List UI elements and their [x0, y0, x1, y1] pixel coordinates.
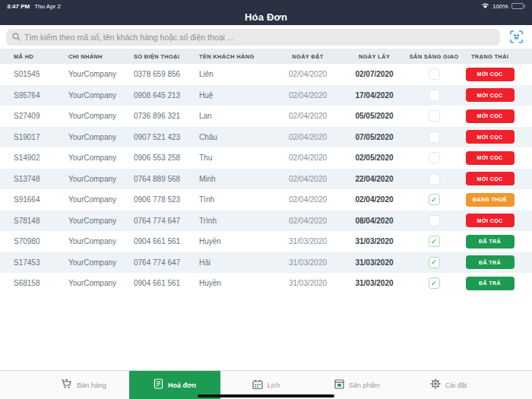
- scan-icon[interactable]: [506, 29, 526, 46]
- column-header-ma-hd: MÃ HD: [14, 53, 68, 60]
- cell-branch: YourCompany: [68, 258, 134, 267]
- status-badge[interactable]: MỚI CỌC: [466, 130, 515, 144]
- ready-checkbox[interactable]: [429, 90, 440, 101]
- table-row[interactable]: S01545 YourCompany 0378 659 856 Liên 02/…: [0, 64, 532, 85]
- status-badge[interactable]: ĐÃ TRẢ: [466, 277, 515, 290]
- cell-branch: YourCompany: [68, 279, 134, 287]
- cell-phone: 0764 774 647: [134, 258, 199, 267]
- receipt-icon: [154, 378, 163, 392]
- cell-phone: 0378 659 856: [134, 70, 199, 78]
- tab-cai-dat[interactable]: Cài đặt: [403, 371, 494, 399]
- cell-customer-name: Huyền: [199, 279, 274, 287]
- table-row[interactable]: S13748 YourCompany 0764 889 568 Minh 02/…: [0, 169, 532, 190]
- table-header-row: MÃ HD CHI NHÁNH SỐ ĐIỆN THOẠI TÊN KHÁCH …: [0, 49, 532, 64]
- cell-pickup-date: 31/03/2020: [355, 279, 393, 287]
- column-header-trang-thai: TRẠNG THÁI: [471, 53, 508, 60]
- cell-order-date: 31/03/2020: [289, 237, 327, 245]
- status-badge[interactable]: MỚI CỌC: [466, 68, 515, 81]
- cell-order-date: 02/04/2020: [289, 195, 327, 204]
- cell-phone: 0764 774 647: [134, 217, 199, 225]
- ready-checkbox[interactable]: [429, 215, 440, 226]
- cell-pickup-date: 31/03/2020: [355, 237, 393, 245]
- page-title: Hóa Đơn: [0, 11, 532, 23]
- table-row[interactable]: S68158 YourCompany 0904 661 561 Huyền 31…: [0, 273, 532, 294]
- status-badge[interactable]: ĐÃ TRẢ: [466, 255, 515, 269]
- table-row[interactable]: S17453 YourCompany 0764 774 647 Hải 31/0…: [0, 252, 532, 274]
- ready-checkbox[interactable]: [429, 236, 440, 247]
- column-header-san-sang-giao: SẴN SÀNG GIAO: [410, 53, 459, 60]
- cell-order-date: 31/03/2020: [289, 258, 327, 267]
- cell-branch: YourCompany: [68, 237, 134, 245]
- search-input[interactable]: [24, 33, 494, 42]
- cell-order-date: 02/04/2020: [289, 175, 327, 183]
- status-badge[interactable]: MỚI CỌC: [466, 151, 515, 165]
- home-indicator[interactable]: [198, 394, 334, 398]
- cell-phone: 0906 553 258: [134, 154, 199, 162]
- tab-label: Bán hàng: [77, 382, 106, 389]
- battery-icon: [511, 3, 526, 9]
- status-badge[interactable]: MỚI CỌC: [466, 214, 515, 227]
- invoice-table: MÃ HD CHI NHÁNH SỐ ĐIỆN THOẠI TÊN KHÁCH …: [0, 49, 532, 294]
- ready-checkbox[interactable]: [429, 152, 440, 163]
- cell-phone: 0908 645 213: [134, 91, 199, 100]
- cell-branch: YourCompany: [68, 217, 134, 225]
- cell-pickup-date: 17/04/2020: [355, 91, 393, 100]
- table-row[interactable]: S14902 YourCompany 0906 553 258 Thu 02/0…: [0, 147, 532, 169]
- cell-phone: 0907 521 423: [134, 133, 199, 141]
- cell-invoice-id: S19017: [14, 133, 68, 141]
- cell-customer-name: Minh: [199, 175, 274, 183]
- ready-checkbox[interactable]: [429, 194, 440, 205]
- cell-pickup-date: 02/07/2020: [355, 70, 393, 78]
- cell-invoice-id: S14902: [14, 154, 68, 162]
- tab-ban-hang[interactable]: Bán hàng: [38, 371, 129, 399]
- cell-pickup-date: 02/05/2020: [355, 154, 393, 162]
- cell-invoice-id: S27409: [14, 112, 68, 120]
- cell-phone: 0904 661 561: [134, 237, 199, 245]
- table-row[interactable]: S70980 YourCompany 0904 661 561 Huyền 31…: [0, 231, 532, 252]
- cart-icon: [61, 378, 72, 392]
- cell-customer-name: Huyền: [199, 237, 274, 245]
- table-row[interactable]: S19017 YourCompany 0907 521 423 Châu 02/…: [0, 127, 532, 148]
- cell-pickup-date: 22/04/2020: [355, 175, 393, 183]
- table-row[interactable]: S27409 YourCompany 0736 896 321 Lan 02/0…: [0, 106, 532, 127]
- search-bar[interactable]: [6, 29, 500, 46]
- cell-branch: YourCompany: [68, 91, 134, 100]
- status-badge[interactable]: MỚI CỌC: [466, 172, 515, 185]
- cell-customer-name: Thu: [199, 154, 274, 162]
- ready-checkbox[interactable]: [429, 277, 440, 289]
- column-header-so-dien-thoai: SỐ ĐIỆN THOẠI: [134, 53, 199, 60]
- cell-invoice-id: S95764: [14, 91, 68, 100]
- status-badge[interactable]: MỚI CỌC: [466, 109, 515, 123]
- ready-checkbox[interactable]: [429, 257, 440, 268]
- table-row[interactable]: S91664 YourCompany 0906 778 523 Tình 02/…: [0, 189, 532, 211]
- cell-pickup-date: 02/04/2020: [355, 195, 393, 204]
- cell-order-date: 02/04/2020: [289, 70, 327, 78]
- table-row[interactable]: S78148 YourCompany 0764 774 647 Trình 02…: [0, 211, 532, 232]
- cell-phone: 0736 896 321: [134, 112, 199, 120]
- cell-order-date: 02/04/2020: [289, 133, 327, 141]
- search-icon: [12, 30, 21, 44]
- cell-branch: YourCompany: [68, 70, 134, 78]
- table-row[interactable]: S95764 YourCompany 0908 645 213 Huệ 02/0…: [0, 85, 532, 106]
- box-icon: [334, 378, 344, 392]
- tab-label: Lịch: [268, 382, 280, 389]
- top-navbar: 3:47 PM Thu Apr 2 100% Hóa Đơn: [0, 0, 532, 25]
- cell-invoice-id: S70980: [14, 237, 68, 245]
- ready-checkbox[interactable]: [429, 68, 440, 80]
- status-bar: 3:47 PM Thu Apr 2 100%: [0, 2, 532, 11]
- cell-pickup-date: 05/05/2020: [355, 112, 393, 120]
- cell-invoice-id: S13748: [14, 175, 68, 183]
- cell-customer-name: Lan: [199, 112, 274, 120]
- cell-customer-name: Trình: [199, 217, 274, 225]
- cell-invoice-id: S01545: [14, 70, 68, 78]
- invoice-table-body: S01545 YourCompany 0378 659 856 Liên 02/…: [0, 64, 532, 294]
- status-badge[interactable]: MỚI CỌC: [466, 88, 515, 102]
- status-badge[interactable]: ĐANG THUÊ: [466, 193, 515, 207]
- ready-checkbox[interactable]: [429, 110, 440, 122]
- status-badge[interactable]: ĐÃ TRẢ: [466, 235, 515, 249]
- ready-checkbox[interactable]: [429, 173, 440, 185]
- clock: 3:47 PM: [7, 3, 30, 10]
- ready-checkbox[interactable]: [429, 131, 440, 143]
- cell-order-date: 02/04/2020: [289, 217, 327, 225]
- cell-invoice-id: S91664: [14, 195, 68, 204]
